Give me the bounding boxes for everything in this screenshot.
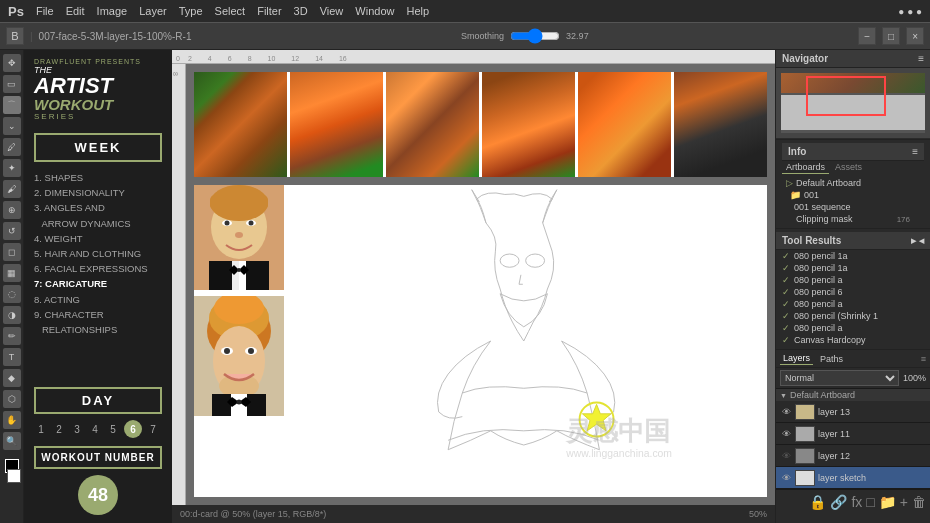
tool-result-1[interactable]: ✓ 080 pencil 1a [776, 250, 930, 262]
draw-canvas[interactable]: 灵感中国 www.lingganchina.com [194, 185, 767, 497]
menu-window[interactable]: Window [355, 5, 394, 17]
chapter-3[interactable]: 3. ANGLES AND ARROW DYNAMICS [34, 200, 162, 230]
tool-results-options-icon[interactable]: ▸ ◂ [911, 235, 924, 246]
chapter-6[interactable]: 6. FACIAL EXPRESSIONS [34, 261, 162, 276]
eraser-tool[interactable]: ◻ [3, 243, 21, 261]
add-layer-icon[interactable]: 🔒 [809, 494, 826, 510]
pen-tool[interactable]: ✏ [3, 327, 21, 345]
dodge-tool[interactable]: ◑ [3, 306, 21, 324]
chapter-1[interactable]: 1. SHAPES [34, 170, 162, 185]
tool-result-3[interactable]: ✓ 080 pencil a [776, 274, 930, 286]
artboard-001[interactable]: 📁 001 [782, 189, 924, 201]
menu-3d[interactable]: 3D [294, 5, 308, 17]
layer-eye-12[interactable]: 👁 [780, 451, 792, 461]
delete-layer-icon[interactable]: 🗑 [912, 494, 926, 510]
tool-result-6[interactable]: ✓ 080 pencil (Shrinky 1 [776, 310, 930, 322]
layer-row-12[interactable]: 👁 layer 12 [776, 445, 930, 467]
menu-file[interactable]: File [36, 5, 54, 17]
tool-result-2[interactable]: ✓ 080 pencil 1a [776, 262, 930, 274]
lasso-tool[interactable]: ⌒ [3, 96, 21, 114]
zoom-tool[interactable]: 🔍 [3, 432, 21, 450]
blur-tool[interactable]: ◌ [3, 285, 21, 303]
minimize-btn[interactable]: − [858, 27, 876, 45]
maximize-btn[interactable]: □ [882, 27, 900, 45]
close-btn[interactable]: × [906, 27, 924, 45]
tab-layers[interactable]: Layers [780, 352, 813, 365]
canvas-area[interactable]: 02468 [172, 64, 775, 505]
menu-view[interactable]: View [320, 5, 344, 17]
brush-tool-btn[interactable]: B [6, 27, 24, 45]
type-tool[interactable]: T [3, 348, 21, 366]
new-layer-icon[interactable]: + [900, 494, 908, 510]
artboard-001seq[interactable]: 001 sequence [782, 201, 924, 213]
background-color[interactable] [7, 469, 21, 483]
layer-section-default-artboard[interactable]: ▼ Default Artboard [776, 389, 930, 401]
menu-type[interactable]: Type [179, 5, 203, 17]
blend-mode-select[interactable]: Normal Multiply Screen [780, 370, 899, 386]
layer-row-sketch[interactable]: 👁 layer sketch [776, 467, 930, 489]
tool-result-4[interactable]: ✓ 080 pencil 6 [776, 286, 930, 298]
menu-edit[interactable]: Edit [66, 5, 85, 17]
day-2[interactable]: 2 [52, 424, 66, 435]
navigator-selection-box[interactable] [806, 76, 886, 116]
info-options-icon[interactable]: ≡ [912, 146, 918, 157]
smoothing-slider[interactable] [510, 29, 560, 43]
link-layers-icon[interactable]: 🔗 [830, 494, 847, 510]
layer-row-11[interactable]: 👁 layer 11 [776, 423, 930, 445]
day-3[interactable]: 3 [70, 424, 84, 435]
menu-ps[interactable]: Ps [8, 4, 24, 19]
menu-filter[interactable]: Filter [257, 5, 281, 17]
menu-layer[interactable]: Layer [139, 5, 167, 17]
history-tool[interactable]: ↺ [3, 222, 21, 240]
navigator-options-icon[interactable]: ≡ [918, 53, 924, 64]
hand-tool[interactable]: ✋ [3, 411, 21, 429]
eyedropper-tool[interactable]: 🖊 [3, 138, 21, 156]
canvas-wrapper[interactable]: 灵感中国 www.lingganchina.com [186, 64, 775, 505]
tool-result-8[interactable]: ✓ Canvas Hardcopy [776, 334, 930, 346]
move-tool[interactable]: ✥ [3, 54, 21, 72]
path-tool[interactable]: ◆ [3, 369, 21, 387]
clone-tool[interactable]: ⊕ [3, 201, 21, 219]
tab-artboards[interactable]: Artboards [782, 161, 829, 174]
chapter-7-active[interactable]: 7: CARICATURE [34, 276, 162, 291]
tool-result-5[interactable]: ✓ 080 pencil a [776, 298, 930, 310]
healing-tool[interactable]: ✦ [3, 159, 21, 177]
add-mask-icon[interactable]: □ [866, 494, 874, 510]
menu-select[interactable]: Select [215, 5, 246, 17]
brush-tool[interactable]: 🖌 [3, 180, 21, 198]
artboard-default[interactable]: ▷ Default Artboard [782, 177, 924, 189]
week-button[interactable]: WEEK [34, 133, 162, 162]
chapter-5[interactable]: 5. HAIR AND CLOTHING [34, 246, 162, 261]
strip-image-2 [290, 72, 383, 177]
add-style-icon[interactable]: fx [851, 494, 862, 510]
navigator-thumbnail[interactable] [776, 68, 930, 138]
tab-paths[interactable]: Paths [817, 353, 846, 365]
chapter-2[interactable]: 2. DIMENSIONALITY [34, 185, 162, 200]
tool-result-7[interactable]: ✓ 080 pencil a [776, 322, 930, 334]
menu-help[interactable]: Help [406, 5, 429, 17]
gradient-tool[interactable]: ▦ [3, 264, 21, 282]
day-7[interactable]: 7 [146, 424, 160, 435]
marquee-tool[interactable]: ▭ [3, 75, 21, 93]
chapter-4[interactable]: 4. WEIGHT [34, 231, 162, 246]
crop-tool[interactable]: ⌄ [3, 117, 21, 135]
sketch-area[interactable]: 灵感中国 www.lingganchina.com [290, 185, 767, 497]
chapter-9[interactable]: 9. CHARACTER RELATIONSHIPS [34, 307, 162, 337]
day-5[interactable]: 5 [106, 424, 120, 435]
layer-eye-sketch[interactable]: 👁 [780, 473, 792, 483]
layer-eye-11[interactable]: 👁 [780, 429, 792, 439]
layers-options-icon[interactable]: ≡ [921, 354, 926, 364]
day-button[interactable]: DAY [34, 387, 162, 414]
layer-eye-13[interactable]: 👁 [780, 407, 792, 417]
menu-image[interactable]: Image [97, 5, 128, 17]
tab-assets[interactable]: Assets [831, 161, 866, 174]
shape-tool[interactable]: ⬡ [3, 390, 21, 408]
day-4[interactable]: 4 [88, 424, 102, 435]
day-1[interactable]: 1 [34, 424, 48, 435]
day-6-active[interactable]: 6 [124, 420, 142, 438]
chapter-8[interactable]: 8. ACTING [34, 292, 162, 307]
layer-row-13[interactable]: 👁 layer 13 [776, 401, 930, 423]
artboard-clipping[interactable]: Clipping mask 176 [782, 213, 924, 225]
new-group-icon[interactable]: 📁 [879, 494, 896, 510]
workout-number-button[interactable]: WORKOUT NUMBER [34, 446, 162, 469]
